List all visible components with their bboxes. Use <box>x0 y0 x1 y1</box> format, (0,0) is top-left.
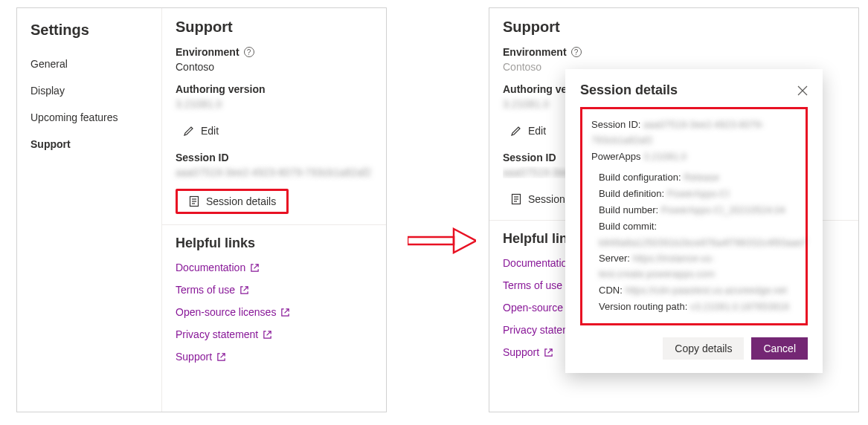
environment-label: Environment ? <box>503 46 845 58</box>
sidebar-item-upcoming[interactable]: Upcoming features <box>17 104 161 131</box>
divider <box>162 224 386 225</box>
support-heading: Support <box>176 19 373 36</box>
row-cdn: CDN: https://cdn-paastest.us.azureedge.n… <box>591 283 797 299</box>
pencil-icon <box>183 125 195 137</box>
link-support[interactable]: Support <box>176 351 373 363</box>
environment-value: Contoso <box>176 61 373 73</box>
arrow-annotation <box>408 227 476 254</box>
support-content: Support Environment ? Contoso Authoring … <box>162 8 386 412</box>
info-icon[interactable]: ? <box>571 47 582 57</box>
details-box: Session ID: aaa07519-3ee2-4923-8079-793c… <box>580 107 808 325</box>
edit-button[interactable]: Edit <box>503 120 553 141</box>
support-heading: Support <box>503 19 845 36</box>
svg-marker-5 <box>454 229 476 253</box>
sidebar-item-general[interactable]: General <box>17 51 161 77</box>
row-build-commit: Build commit: <box>591 219 797 235</box>
link-opensource[interactable]: Open-source licenses <box>176 306 373 318</box>
row-vrp: Version routing path: v3.21081.0.1878538… <box>591 299 797 315</box>
session-details-highlight: Session details <box>176 189 289 214</box>
settings-panel-before: Settings General Display Upcoming featur… <box>16 7 387 412</box>
edit-button[interactable]: Edit <box>176 120 226 141</box>
details-icon <box>188 195 200 207</box>
sidebar-item-support[interactable]: Support <box>17 131 161 158</box>
link-privacy[interactable]: Privacy statement <box>176 328 373 340</box>
info-icon[interactable]: ? <box>244 47 254 57</box>
session-id-value: aaa07519-3ee2-4923-8079-793cb1a82af2 <box>503 166 570 178</box>
external-link-icon <box>544 348 553 357</box>
external-link-icon <box>216 352 226 362</box>
dialog-title: Session details <box>580 82 678 98</box>
svg-rect-4 <box>408 237 454 244</box>
external-link-icon <box>250 263 260 273</box>
row-server: Server: https://instance-us-test.create.… <box>591 251 797 282</box>
link-documentation[interactable]: Documentation <box>176 262 373 273</box>
row-build-cfg: Build configuration: Release <box>591 170 797 186</box>
close-icon[interactable] <box>797 85 808 96</box>
details-icon <box>510 193 522 205</box>
row-session-id: Session ID: aaa07519-3ee2-4923-8079-793c… <box>591 117 797 149</box>
pencil-icon <box>510 125 522 137</box>
external-link-icon <box>280 308 290 317</box>
helpful-links-heading: Helpful links <box>503 231 570 247</box>
row-build-def: Build definition: PowerApps-CI <box>591 186 797 202</box>
environment-label: Environment ? <box>176 46 373 58</box>
cancel-button[interactable]: Cancel <box>751 337 808 360</box>
authoring-label: Authoring version <box>503 83 570 95</box>
arrow-icon <box>408 227 476 254</box>
sidebar-item-display[interactable]: Display <box>17 77 161 104</box>
helpful-links-heading: Helpful links <box>176 236 373 251</box>
session-details-button[interactable]: Session details <box>178 191 286 212</box>
authoring-value: 3.21081.0 <box>176 98 373 110</box>
external-link-icon <box>263 330 272 340</box>
authoring-label: Authoring version <box>176 83 373 95</box>
row-build-commit-v: b849a8a1250391b2bce876a4f786332c4f93aae7 <box>591 236 797 251</box>
dialog-header: Session details <box>580 82 808 98</box>
dialog-buttons: Copy details Cancel <box>580 337 808 360</box>
session-details-dialog: Session details Session ID: aaa07519-3ee… <box>565 69 823 373</box>
row-build-num: Build number: PowerApps-CI_20210524.04 <box>591 203 797 218</box>
session-id-label: Session ID <box>176 152 373 163</box>
settings-sidebar: Settings General Display Upcoming featur… <box>17 8 162 412</box>
session-id-value: aaa07519-3ee2-4923-8079-793cb1a82af2 <box>176 166 373 178</box>
copy-details-button[interactable]: Copy details <box>663 337 744 360</box>
row-powerapps: PowerApps 3.21081.0 <box>591 149 797 165</box>
link-terms[interactable]: Terms of use <box>176 284 373 296</box>
settings-title: Settings <box>17 17 161 51</box>
external-link-icon <box>239 285 249 295</box>
